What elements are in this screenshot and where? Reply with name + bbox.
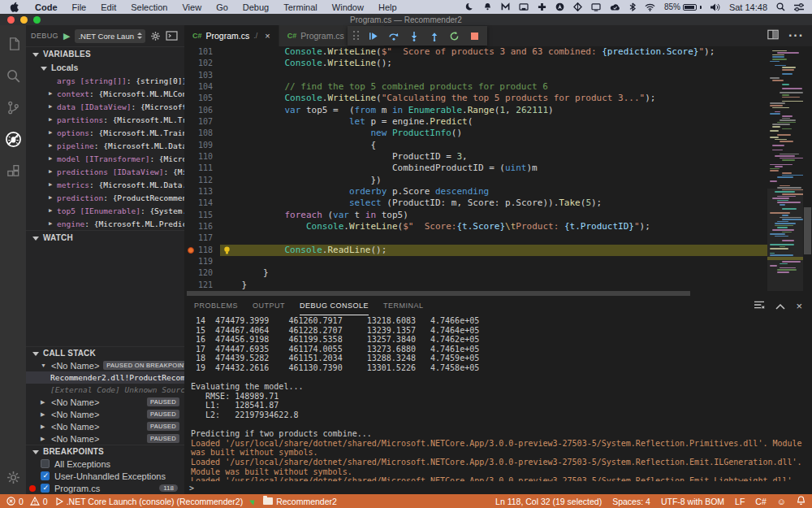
menu-file[interactable]: File: [65, 2, 94, 12]
callstack-frame-selected[interactable]: Recommender2.dll!ProductRecommender: [26, 371, 184, 384]
settings-gear-icon[interactable]: [4, 468, 22, 486]
split-editor-icon[interactable]: [767, 28, 779, 43]
notifications-icon[interactable]: [483, 2, 492, 11]
problems-status[interactable]: 0 0: [6, 497, 48, 506]
code-line[interactable]: 113 orderby p.Score descending: [184, 186, 767, 198]
vertical-scrollbar[interactable]: [803, 46, 812, 291]
stop-button[interactable]: [469, 29, 482, 42]
code-line[interactable]: 109 {: [184, 140, 767, 151]
gutter[interactable]: 110: [184, 151, 220, 163]
launch-status[interactable]: .NET Core Launch (console) (Recommender2…: [56, 497, 243, 506]
code-line[interactable]: 110 ProductID = 3,: [184, 151, 767, 163]
gutter[interactable]: 102: [184, 58, 220, 69]
gutter[interactable]: 115: [184, 210, 220, 221]
menu-debug[interactable]: Debug: [235, 2, 276, 12]
gutter[interactable]: 113: [184, 186, 220, 198]
gutter[interactable]: 107: [184, 116, 220, 128]
gutter[interactable]: 117: [184, 232, 220, 244]
breakpoint-checkbox[interactable]: [41, 484, 50, 493]
panel-tab-debug-console[interactable]: DEBUG CONSOLE: [300, 296, 369, 315]
breakpoint-checkbox[interactable]: [41, 459, 50, 468]
gutter[interactable]: 106: [184, 105, 220, 116]
code-line[interactable]: 107 let p = engine.Predict(: [184, 116, 767, 128]
code-line[interactable]: 108 new ProductInfo(): [184, 128, 767, 139]
continue-button[interactable]: [367, 29, 380, 42]
callstack-external-code[interactable]: [External Code] Unknown Source: [26, 384, 184, 396]
debug-console-output[interactable]: 14 474479.3999 461260.7917 13218.6083 4.…: [184, 315, 812, 481]
horizontal-scrollbar[interactable]: [184, 291, 812, 296]
code-line[interactable]: 104 // find the top 5 combined products …: [184, 81, 767, 93]
menu-terminal[interactable]: Terminal: [276, 2, 325, 12]
display-mirror-icon[interactable]: [591, 3, 601, 11]
gutter[interactable]: 111: [184, 163, 220, 174]
language-mode[interactable]: C#: [755, 497, 766, 506]
health-icon[interactable]: [538, 2, 546, 11]
variable-row[interactable]: ▶prediction: {ProductRecommender.P…}: [26, 191, 184, 204]
gutter[interactable]: 112: [184, 175, 220, 186]
gutter[interactable]: 103: [184, 70, 220, 81]
cloud-sync-icon[interactable]: [610, 3, 620, 11]
scope-row-locals[interactable]: Locals: [26, 61, 184, 74]
minimap[interactable]: [767, 46, 803, 291]
code-line[interactable]: 114 select (ProductID: m, Score: p.Score…: [184, 198, 767, 209]
maximize-panel-icon[interactable]: [775, 298, 785, 313]
variables-section-header[interactable]: VARIABLES: [26, 46, 184, 61]
eol-status[interactable]: LF: [735, 497, 745, 506]
variable-row[interactable]: ▶model [ITransformer]: {Microsoft.…}: [26, 152, 184, 165]
code-area[interactable]: 101 Console.WriteLine($" Score of produc…: [184, 46, 767, 291]
code-line[interactable]: 101 Console.WriteLine($" Score of produc…: [184, 46, 767, 58]
moon-icon[interactable]: [465, 2, 474, 11]
cursor-position[interactable]: Ln 118, Col 32 (19 selected): [495, 497, 602, 506]
step-over-button[interactable]: [387, 29, 400, 42]
variable-row[interactable]: ▶predictions [IDataView]: {Microso…}: [26, 165, 184, 178]
menu-window[interactable]: Window: [325, 2, 371, 12]
app-m-icon[interactable]: [501, 2, 510, 11]
editor-tab-1[interactable]: C#Program.cs./×: [184, 25, 279, 46]
variable-row[interactable]: ▶options: {Microsoft.ML.Trainers.M…}: [26, 126, 184, 139]
code-line[interactable]: 115 foreach (var t in top5): [184, 210, 767, 221]
code-line[interactable]: 120 }: [184, 267, 767, 279]
volume-icon[interactable]: [710, 3, 720, 11]
callstack-thread-row[interactable]: ▶<No Name>PAUSED: [26, 420, 184, 432]
variable-row[interactable]: ▶partitions: {Microsoft.ML.TrainCa…}: [26, 113, 184, 126]
gutter[interactable]: 119: [184, 256, 220, 267]
gutter[interactable]: 109: [184, 140, 220, 151]
gutter[interactable]: 108: [184, 128, 220, 139]
more-actions-icon[interactable]: ···: [788, 28, 804, 43]
gutter[interactable]: 104: [184, 81, 220, 93]
breakpoint-row[interactable]: All Exceptions: [26, 458, 184, 470]
bluetooth-icon[interactable]: [629, 2, 636, 11]
debug-console-icon[interactable]: [166, 31, 178, 41]
code-line[interactable]: 116 Console.WriteLine($" Score:{t.Score}…: [184, 221, 767, 232]
debug-icon[interactable]: [4, 130, 22, 148]
breakpoints-section-header[interactable]: BREAKPOINTS: [26, 445, 184, 458]
code-line[interactable]: 118 Console.ReadLine();: [184, 245, 767, 256]
start-debug-button[interactable]: ▶: [63, 32, 70, 41]
watch-section-header[interactable]: WATCH: [26, 230, 184, 245]
code-line[interactable]: 117: [184, 232, 767, 244]
horizontal-scrollbar-thumb[interactable]: [187, 291, 690, 296]
restart-button[interactable]: [448, 29, 461, 42]
vertical-scrollbar-thumb[interactable]: [804, 207, 811, 254]
breakpoint-checkbox[interactable]: [41, 471, 50, 480]
code-editor[interactable]: 101 Console.WriteLine($" Score of produc…: [184, 46, 812, 291]
variable-row[interactable]: ▶top5 [IEnumerable]: {System.Linq.…}: [26, 204, 184, 217]
gutter[interactable]: 116: [184, 221, 220, 232]
apple-menu-icon[interactable]: [8, 2, 19, 12]
control-center-icon[interactable]: [794, 3, 804, 11]
callstack-thread-row[interactable]: ▶<No Name>PAUSED: [26, 396, 184, 408]
workspace-folder[interactable]: Recommender2: [263, 497, 337, 506]
menu-clock[interactable]: Sat 14:48: [729, 2, 767, 12]
code-line[interactable]: 111 CombinedProductID = (uint)m: [184, 163, 767, 174]
breakpoint-row[interactable]: Program.cs118: [26, 482, 184, 494]
gutter[interactable]: 101: [184, 46, 220, 58]
callstack-thread-row[interactable]: ▶<No Name>PAUSED: [26, 408, 184, 420]
menu-go[interactable]: Go: [209, 2, 235, 12]
menu-view[interactable]: View: [175, 2, 209, 12]
tab-close-icon[interactable]: ×: [265, 31, 270, 41]
source-control-icon[interactable]: [4, 98, 22, 116]
close-panel-icon[interactable]: ×: [796, 300, 802, 312]
callstack-thread-row[interactable]: ▼<No Name>PAUSED ON BREAKPOINT: [26, 359, 184, 371]
search-icon[interactable]: [4, 67, 22, 85]
breakpoint-row[interactable]: User-Unhandled Exceptions: [26, 470, 184, 482]
